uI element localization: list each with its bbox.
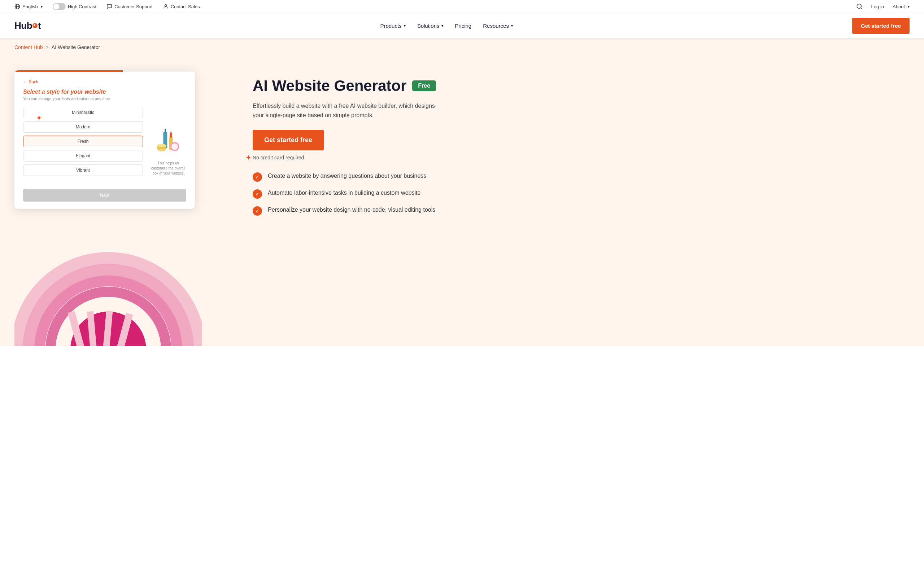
breadcrumb-separator: > [46,44,49,50]
support-icon [107,3,112,10]
sparkle-decoration-1: ✦ [36,114,42,122]
style-option-elegant[interactable]: Elegant [23,150,143,161]
language-label: English [23,4,38,10]
left-panel: ✦ ✦ ← Back Select a style for your websi… [15,70,231,346]
about-chevron: ▾ [908,5,909,9]
page-title-row: AI Website Generator Free [253,77,484,94]
widget-inner: ← Back Select a style for your website Y… [15,72,195,183]
svg-point-3 [165,5,166,6]
page-title: AI Website Generator [253,77,406,94]
contact-sales-label: Contact Sales [171,4,200,10]
logo-spot [32,23,37,28]
breadcrumb: Content Hub > AI Website Generator [0,39,924,56]
rainbow-illustration [15,216,231,346]
widget-title-prefix: Select a [23,89,47,95]
logo[interactable]: Hubt [15,20,41,31]
feature-text-3: Personalize your website design with no-… [268,206,435,214]
widget-title-style: style [47,89,60,95]
products-chevron: ▾ [404,24,406,28]
style-option-fresh[interactable]: Fresh [23,135,143,147]
nav-cta-button[interactable]: Get started free [852,18,909,34]
style-selector-widget: ← Back Select a style for your website Y… [15,70,195,209]
hero-cta-button[interactable]: Get started free [253,130,324,150]
main-content: ✦ ✦ ← Back Select a style for your websi… [0,56,924,346]
free-badge: Free [412,81,436,91]
logo-text: Hubt [15,20,41,31]
globe-icon [15,3,20,10]
customer-support-link[interactable]: Customer Support [107,3,153,10]
svg-rect-7 [165,129,166,133]
widget-caption: This helps us customize the overall look… [150,161,186,176]
rainbow-svg [15,216,202,346]
feature-item-2: ✓ Automate labor-intensive tasks in buil… [253,189,484,199]
person-icon [163,3,168,10]
nav-items: Products ▾ Solutions ▾ Pricing Resources… [380,23,512,29]
back-button[interactable]: ← Back [23,79,186,84]
feature-text-2: Automate labor-intensive tasks in buildi… [268,189,420,197]
svg-point-15 [171,143,178,150]
svg-line-5 [861,8,861,9]
widget-next-button[interactable]: Next [23,189,186,201]
nav-pricing[interactable]: Pricing [455,23,472,29]
feature-check-2: ✓ [253,189,262,199]
nav-pricing-label: Pricing [455,23,472,29]
high-contrast-label: High Contrast [68,4,96,10]
nav-products[interactable]: Products ▾ [380,23,405,29]
svg-marker-10 [170,131,172,134]
about-menu[interactable]: About ▾ [893,4,909,10]
customer-support-label: Customer Support [115,4,153,10]
widget-title: Select a style for your website [23,89,186,95]
right-panel: AI Website Generator Free Effortlessly b… [231,70,484,346]
top-bar-left: English ▾ High Contrast Customer Support… [15,3,200,10]
feature-item-3: ✓ Personalize your website design with n… [253,206,484,216]
toggle-knob [53,3,59,10]
no-credit-text: No credit card required. [253,155,484,161]
high-contrast-toggle[interactable]: High Contrast [53,3,96,10]
feature-check-1: ✓ [253,172,262,182]
nav-products-label: Products [380,23,401,29]
cosmetics-illustration [152,126,184,158]
search-icon[interactable] [856,3,863,10]
breadcrumb-parent[interactable]: Content Hub [15,44,43,50]
widget-subtitle: You can change your fonts and colors at … [23,97,186,101]
toggle-switch[interactable] [53,3,66,10]
language-chevron: ▾ [41,5,43,9]
sparkle-decoration-2: ✦ [246,153,252,162]
top-bar-right: Log in About ▾ [856,3,909,10]
contact-sales-link[interactable]: Contact Sales [163,3,200,10]
style-option-modern[interactable]: Modern [23,121,143,133]
nav-solutions-label: Solutions [417,23,439,29]
feature-text-1: Create a website by answering questions … [268,172,426,180]
login-link[interactable]: Log in [871,4,884,10]
page-description: Effortlessly build a website with a free… [253,102,440,120]
nav-resources[interactable]: Resources ▾ [483,23,513,29]
main-nav: Hubt Products ▾ Solutions ▾ Pricing Reso… [0,13,924,39]
feature-check-3: ✓ [253,206,262,216]
feature-item-1: ✓ Create a website by answering question… [253,172,484,182]
widget-body: Minimalistic Modern Fresh Elegant Vibran… [23,107,186,176]
feature-list: ✓ Create a website by answering question… [253,172,484,216]
resources-chevron: ▾ [511,24,513,28]
style-option-vibrant[interactable]: Vibrant [23,164,143,176]
svg-rect-9 [170,134,172,138]
svg-point-13 [157,144,166,147]
nav-solutions[interactable]: Solutions ▾ [417,23,444,29]
top-bar: English ▾ High Contrast Customer Support… [0,0,924,13]
solutions-chevron: ▾ [441,24,443,28]
nav-resources-label: Resources [483,23,509,29]
breadcrumb-current: AI Website Generator [52,44,100,50]
widget-illustration: This helps us customize the overall look… [150,107,186,176]
language-selector[interactable]: English ▾ [15,3,43,10]
widget-title-suffix: for your website [60,89,106,95]
svg-point-4 [857,4,861,8]
about-label: About [893,4,905,10]
